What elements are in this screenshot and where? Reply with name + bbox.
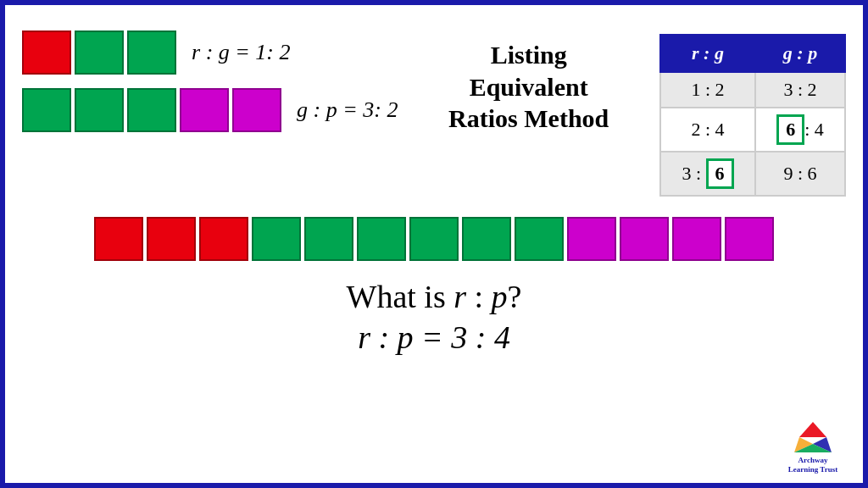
title-line2: Equivalent: [470, 73, 588, 101]
table-header-rg: r : g: [660, 35, 755, 72]
table-cell-r1c2: 3 : 2: [755, 72, 845, 108]
logo-graphic: [791, 420, 835, 456]
logo-line1: Archway: [798, 456, 828, 464]
title-line3: Ratios Method: [448, 104, 609, 132]
ratio-rg-label: r : g = 1: 2: [192, 40, 291, 65]
bottom-block-green-4: [409, 217, 459, 261]
table-cell-r3c2: 9 : 6: [755, 152, 845, 196]
bottom-block-red-2: [147, 217, 196, 261]
table-cell-r3c1: 3 : 6: [660, 152, 755, 196]
bottom-block-green-5: [462, 217, 511, 261]
logo-line2: Learning Trust: [788, 465, 837, 474]
bottom-block-green-1: [252, 217, 301, 261]
title-box: Listing Equivalent Ratios Method: [398, 39, 659, 135]
logo: Archway Learning Trust: [775, 415, 851, 474]
block-magenta-2: [232, 88, 281, 132]
bottom-block-magenta-1: [567, 217, 616, 261]
left-visuals: r : g = 1: 2 g : p = 3: 2: [22, 30, 398, 132]
svg-marker-0: [799, 422, 826, 437]
table-row-1: 1 : 2 3 : 2: [660, 72, 845, 108]
table-cell-r1c1: 1 : 2: [660, 72, 755, 108]
ratio-table-container: r : g g : p 1 : 2 3 : 2 2 : 4 6: 4 3 : 6: [659, 30, 846, 197]
bottom-blocks-section: [22, 217, 846, 261]
title-line1: Listing: [491, 41, 567, 69]
ratio-gp-label: g : p = 3: 2: [297, 97, 398, 123]
block-green-5: [127, 88, 176, 132]
table-cell-r2c2: 6: 4: [755, 108, 845, 152]
block-green-4: [75, 88, 124, 132]
bottom-block-green-6: [515, 217, 564, 261]
ratio-table: r : g g : p 1 : 2 3 : 2 2 : 4 6: 4 3 : 6: [659, 34, 846, 197]
answer-text: r : p = 3 : 4: [22, 319, 846, 356]
bottom-block-magenta-2: [620, 217, 669, 261]
row-gp: g : p = 3: 2: [22, 88, 398, 132]
bottom-block-red-3: [199, 217, 248, 261]
bottom-block-red-1: [94, 217, 143, 261]
block-green-3: [22, 88, 71, 132]
table-row-3: 3 : 6 9 : 6: [660, 152, 845, 196]
bottom-block-magenta-4: [725, 217, 774, 261]
table-row-2: 2 : 4 6: 4: [660, 108, 845, 152]
block-magenta-1: [180, 88, 229, 132]
table-header-gp: g : p: [755, 35, 845, 72]
question-text: What is r : p?: [22, 278, 846, 315]
bottom-block-green-2: [304, 217, 353, 261]
logo-text: Archway Learning Trust: [788, 456, 837, 474]
bottom-blocks-row: [94, 217, 774, 261]
block-green-1: [75, 30, 124, 75]
top-section: r : g = 1: 2 g : p = 3: 2 Listing Equiva…: [22, 30, 846, 197]
slide: r : g = 1: 2 g : p = 3: 2 Listing Equiva…: [0, 0, 868, 488]
bottom-block-magenta-3: [672, 217, 721, 261]
block-red-1: [22, 30, 71, 75]
row-rg: r : g = 1: 2: [22, 30, 398, 75]
question-section: What is r : p? r : p = 3 : 4: [22, 278, 846, 356]
block-green-2: [127, 30, 176, 75]
table-cell-r2c1: 2 : 4: [660, 108, 755, 152]
bottom-block-green-3: [357, 217, 406, 261]
